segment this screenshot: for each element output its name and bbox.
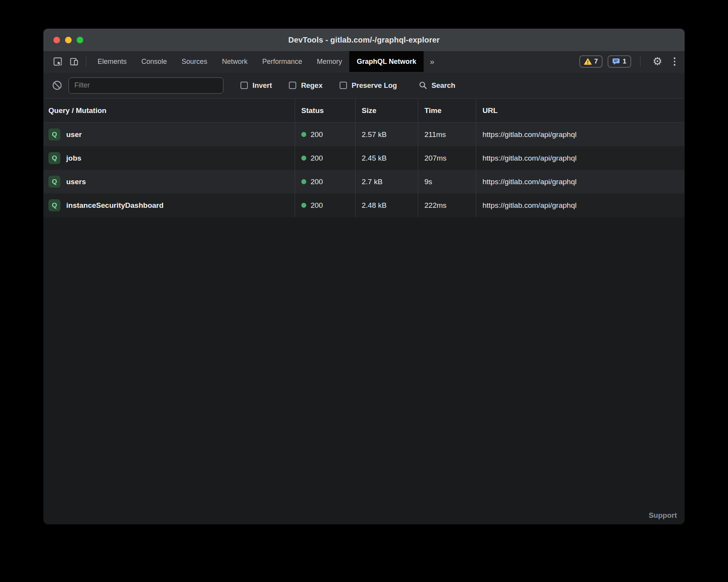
request-name: user [66,130,82,139]
query-badge: Q [48,176,60,188]
warning-count: 7 [594,58,598,65]
tab-memory[interactable]: Memory [309,51,349,72]
request-size: 2.48 kB [355,193,418,217]
message-icon [612,58,620,65]
devtools-window: DevTools - gitlab.com/-/graphql-explorer… [43,29,685,524]
checkbox-icon [340,82,347,89]
title-bar: DevTools - gitlab.com/-/graphql-explorer [43,29,685,51]
zoom-button[interactable] [77,37,83,43]
network-toolbar: Invert Regex Preserve Log Search [43,72,685,99]
request-url: https://gitlab.com/api/graphql [476,123,685,146]
column-header-url[interactable]: URL [476,99,685,122]
divider [640,56,640,67]
more-tabs-button[interactable]: » [424,51,441,72]
column-header-query-mutation[interactable]: Query / Mutation [43,99,295,122]
settings-button[interactable]: ⚙ [649,56,666,67]
status-ok-icon [301,179,306,184]
devtools-tab-bar: Elements Console Sources Network Perform… [43,51,685,72]
tab-sources[interactable]: Sources [174,51,215,72]
status-ok-icon [301,203,306,208]
chevron-double-right-icon: » [430,57,434,66]
gear-icon: ⚙ [652,56,662,67]
inspect-element-button[interactable] [50,51,66,72]
query-badge: Q [48,199,60,211]
tab-network[interactable]: Network [215,51,255,72]
window-controls [53,37,83,43]
warning-icon [584,58,592,65]
table-row[interactable]: Q user 200 2.57 kB 211ms https://gitlab.… [43,123,685,146]
table-row[interactable]: Q instanceSecurityDashboard 200 2.48 kB … [43,193,685,217]
window-title: DevTools - gitlab.com/-/graphql-explorer [43,36,685,45]
device-toolbar-icon [69,56,79,67]
tab-performance[interactable]: Performance [255,51,309,72]
request-time: 222ms [418,193,476,217]
close-button[interactable] [53,37,60,43]
clear-icon [52,80,62,91]
request-url: https://gitlab.com/api/graphql [476,170,685,193]
status-code: 200 [311,154,323,163]
column-header-time[interactable]: Time [418,99,476,122]
request-name: jobs [66,154,81,163]
tab-graphql-network[interactable]: GraphQL Network [349,51,424,72]
request-name: users [66,178,86,186]
minimize-button[interactable] [65,37,72,43]
request-size: 2.57 kB [355,123,418,146]
request-name: instanceSecurityDashboard [66,201,163,210]
status-code: 200 [311,201,323,210]
request-time: 9s [418,170,476,193]
query-badge: Q [48,152,60,164]
invert-checkbox[interactable]: Invert [240,81,272,90]
more-options-button[interactable] [671,57,679,66]
status-ok-icon [301,156,306,161]
column-header-status[interactable]: Status [295,99,355,122]
filter-input[interactable] [69,77,223,94]
request-size: 2.45 kB [355,146,418,170]
request-size: 2.7 kB [355,170,418,193]
console-warnings-badge[interactable]: 7 [579,55,603,68]
kebab-menu-icon [674,57,676,59]
message-count: 1 [623,58,626,65]
status-code: 200 [311,178,323,186]
clear-button[interactable] [52,80,62,91]
column-header-size[interactable]: Size [355,99,418,122]
request-time: 207ms [418,146,476,170]
table-header: Query / Mutation Status Size Time URL [43,99,685,123]
request-time: 211ms [418,123,476,146]
table-row[interactable]: Q jobs 200 2.45 kB 207ms https://gitlab.… [43,146,685,170]
table-row[interactable]: Q users 200 2.7 kB 9s https://gitlab.com… [43,170,685,193]
device-toolbar-button[interactable] [66,51,82,72]
query-badge: Q [48,128,60,140]
support-link[interactable]: Support [649,511,677,520]
request-url: https://gitlab.com/api/graphql [476,146,685,170]
divider [86,56,86,67]
preserve-log-checkbox[interactable]: Preserve Log [340,81,397,90]
search-button[interactable]: Search [419,81,455,90]
status-ok-icon [301,132,306,137]
tab-console[interactable]: Console [134,51,174,72]
request-url: https://gitlab.com/api/graphql [476,193,685,217]
tabbar-right-controls: 7 1 ⚙ [579,51,678,72]
checkbox-icon [289,82,296,89]
tab-elements[interactable]: Elements [90,51,134,72]
search-icon [419,81,428,90]
console-messages-badge[interactable]: 1 [608,55,631,68]
status-code: 200 [311,130,323,139]
checkbox-icon [240,82,248,89]
regex-checkbox[interactable]: Regex [289,81,323,90]
inspect-icon [53,56,63,67]
